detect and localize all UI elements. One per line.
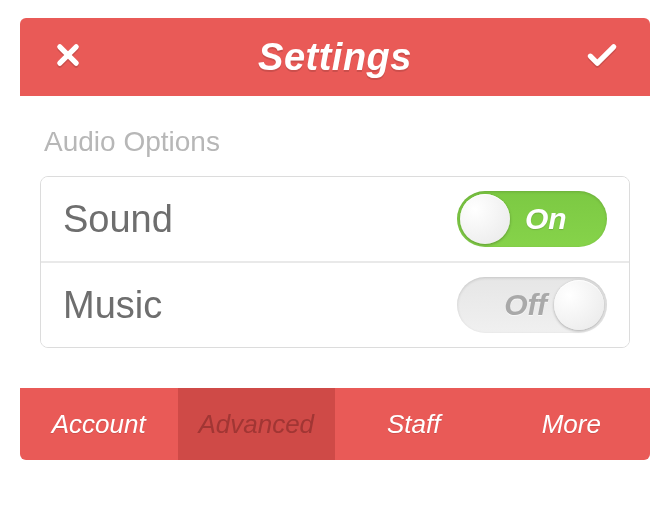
content-area: Audio Options Sound On Music Off — [20, 96, 650, 388]
music-toggle-state: Off — [504, 288, 547, 322]
tab-account[interactable]: Account — [20, 388, 178, 460]
header-bar: Settings — [20, 18, 650, 96]
music-label: Music — [63, 284, 162, 327]
page-title: Settings — [258, 36, 412, 79]
close-icon — [54, 41, 82, 73]
section-title: Audio Options — [44, 126, 630, 158]
music-row: Music Off — [41, 261, 629, 347]
settings-panel: Settings Audio Options Sound On Music — [20, 18, 650, 460]
tab-more[interactable]: More — [493, 388, 651, 460]
toggle-knob-icon — [460, 194, 510, 244]
music-toggle[interactable]: Off — [457, 277, 607, 333]
tab-advanced[interactable]: Advanced — [178, 388, 336, 460]
close-button[interactable] — [48, 37, 88, 77]
sound-row: Sound On — [41, 177, 629, 261]
sound-label: Sound — [63, 198, 173, 241]
audio-options-group: Sound On Music Off — [40, 176, 630, 348]
confirm-button[interactable] — [582, 37, 622, 77]
toggle-knob-icon — [554, 280, 604, 330]
check-icon — [585, 41, 619, 73]
sound-toggle-state: On — [525, 202, 567, 236]
tab-bar: Account Advanced Staff More — [20, 388, 650, 460]
sound-toggle[interactable]: On — [457, 191, 607, 247]
tab-staff[interactable]: Staff — [335, 388, 493, 460]
